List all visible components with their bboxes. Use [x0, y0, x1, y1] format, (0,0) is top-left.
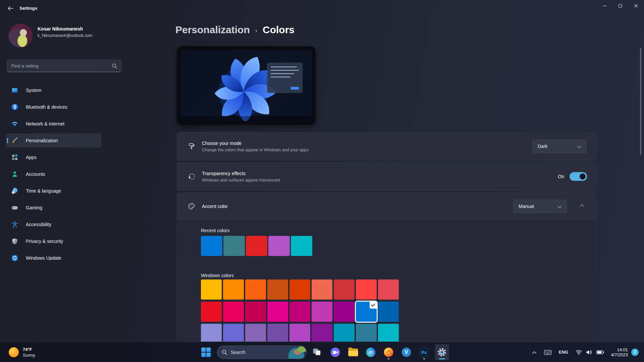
sidebar-item-system[interactable]: System: [6, 83, 101, 97]
breadcrumb: Personalization › Colors: [175, 24, 294, 36]
color-swatch[interactable]: [334, 324, 355, 342]
transparency-toggle[interactable]: [570, 172, 587, 181]
mode-dropdown[interactable]: Dark: [532, 140, 587, 153]
color-swatch[interactable]: [289, 324, 310, 342]
color-swatch[interactable]: [356, 302, 377, 322]
volume-button[interactable]: [586, 350, 592, 355]
color-swatch[interactable]: [223, 324, 244, 342]
mini-text-line: [271, 76, 291, 77]
maximize-button[interactable]: [612, 0, 628, 11]
system-icon: [11, 87, 18, 94]
color-swatch[interactable]: [201, 236, 222, 256]
sidebar-item-personalization[interactable]: Personalization: [6, 134, 101, 148]
breadcrumb-parent[interactable]: Personalization: [175, 24, 250, 36]
clock[interactable]: 14:01 4/7/2023: [611, 347, 628, 357]
color-swatch[interactable]: [246, 236, 267, 256]
sidebar-item-label: Windows Update: [26, 255, 61, 261]
color-swatch[interactable]: [356, 324, 377, 342]
row-subtitle: Change the colors that appear in Windows…: [202, 148, 309, 152]
preview-screen: [180, 50, 312, 121]
color-swatch[interactable]: [223, 279, 244, 300]
color-swatch[interactable]: [267, 302, 288, 322]
sidebar-item-bluetooth[interactable]: Bluetooth & devices: [6, 100, 101, 114]
color-swatch[interactable]: [223, 302, 244, 322]
search-box: [7, 60, 121, 72]
accent-mode-dropdown[interactable]: Manual: [513, 200, 567, 213]
search-input[interactable]: [7, 63, 112, 68]
color-swatch[interactable]: [245, 302, 266, 322]
edge-button[interactable]: [364, 344, 378, 360]
touch-keyboard-button[interactable]: [544, 350, 551, 355]
color-swatch[interactable]: [289, 279, 310, 300]
color-swatch[interactable]: [334, 279, 355, 300]
titlebar: Settings: [0, 0, 644, 16]
active-indicator: [439, 358, 445, 359]
search-icon: [222, 350, 227, 355]
bluetooth-icon: [11, 103, 18, 111]
notification-badge[interactable]: 2: [631, 349, 639, 356]
language-indicator[interactable]: ENG: [559, 350, 569, 355]
battery-button[interactable]: [596, 350, 604, 354]
sidebar-item-accessibility[interactable]: Accessibility: [6, 217, 101, 231]
back-button[interactable]: [5, 4, 15, 12]
color-swatch[interactable]: [356, 279, 377, 300]
color-swatch[interactable]: [378, 279, 399, 300]
scrollbar-thumb[interactable]: [640, 48, 641, 155]
row-title: Choose your mode: [202, 141, 309, 146]
time-language-icon: [11, 187, 18, 195]
weather-temp: 74°F: [23, 347, 35, 352]
sidebar-item-accounts[interactable]: Accounts: [6, 167, 101, 181]
color-swatch[interactable]: [268, 236, 290, 256]
avatar[interactable]: [8, 23, 33, 48]
sidebar-item-time-language[interactable]: Time & language: [6, 184, 101, 198]
search-highlight-image: [287, 346, 307, 359]
sidebar-item-apps[interactable]: Apps: [6, 150, 101, 164]
color-swatch[interactable]: [245, 279, 266, 300]
start-button[interactable]: [199, 344, 213, 360]
row-title: Accent color: [202, 204, 228, 209]
sidebar-item-label: Accessibility: [26, 222, 51, 227]
color-swatch[interactable]: [378, 302, 399, 322]
v-app-button[interactable]: V: [399, 344, 414, 360]
color-swatch[interactable]: [245, 324, 266, 342]
minimize-button[interactable]: [597, 0, 612, 11]
color-swatch[interactable]: [267, 279, 288, 300]
color-swatch[interactable]: [291, 236, 312, 256]
color-swatch[interactable]: [201, 324, 222, 342]
sidebar-item-gaming[interactable]: Gaming: [6, 201, 101, 215]
wifi-button[interactable]: [576, 350, 582, 355]
task-view-button[interactable]: [311, 344, 325, 360]
color-swatch[interactable]: [312, 279, 332, 300]
row-text: Choose your mode Change the colors that …: [202, 141, 309, 152]
chat-button[interactable]: [328, 344, 342, 360]
selected-check-icon: [370, 302, 377, 309]
color-swatch[interactable]: [223, 236, 245, 256]
color-swatch[interactable]: [312, 302, 332, 322]
weather-text: 74°F Sunny: [23, 347, 35, 358]
taskbar-center: Search V: [199, 342, 449, 362]
sidebar-item-privacy[interactable]: Privacy & security: [6, 234, 101, 248]
photoshop-button[interactable]: Ps: [417, 344, 431, 360]
recent-colors-row: [201, 236, 312, 256]
row-text: Accent color: [202, 204, 228, 209]
weather-widget[interactable]: 74°F Sunny: [9, 342, 35, 362]
firefox-button[interactable]: [382, 344, 396, 360]
row-subtitle: Windows and surfaces appear translucent: [202, 178, 280, 183]
tray-overflow-button[interactable]: [532, 351, 537, 354]
file-explorer-button[interactable]: [346, 344, 360, 360]
close-button[interactable]: [628, 0, 644, 11]
sidebar-item-network[interactable]: Network & internet: [6, 117, 101, 131]
sidebar-item-windows-update[interactable]: Windows Update: [6, 251, 101, 265]
color-swatch[interactable]: [334, 302, 355, 322]
close-icon: [634, 4, 638, 8]
sidebar-item-label: Network & internet: [26, 121, 64, 126]
color-swatch[interactable]: [378, 324, 399, 342]
color-swatch[interactable]: [201, 279, 222, 300]
settings-button[interactable]: [435, 344, 449, 360]
color-swatch[interactable]: [289, 302, 310, 322]
color-swatch[interactable]: [267, 324, 288, 342]
accent-collapse-button[interactable]: [576, 201, 588, 212]
color-swatch[interactable]: [312, 324, 332, 342]
taskbar-search[interactable]: Search: [217, 346, 307, 359]
color-swatch[interactable]: [201, 302, 222, 322]
